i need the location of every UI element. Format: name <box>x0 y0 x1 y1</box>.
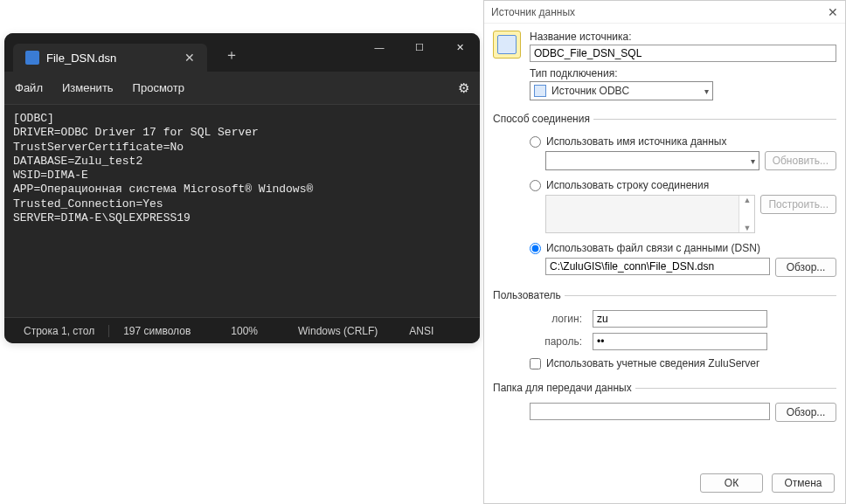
dialog-footer: ОК Отмена <box>484 465 845 503</box>
odbc-source-icon <box>534 85 546 97</box>
conn-type-value: Источник ODBC <box>551 85 629 97</box>
browse-dsn-button[interactable]: Обзор... <box>775 258 836 277</box>
editor-content[interactable]: [ODBC] DRIVER=ODBC Driver 17 for SQL Ser… <box>4 105 480 323</box>
file-icon <box>25 51 39 65</box>
zuluserver-checkbox[interactable] <box>530 358 541 369</box>
password-label: пароль: <box>530 335 582 348</box>
editor-titlebar: File_DSN.dsn ✕ ＋ ― ☐ ✕ <box>4 33 480 72</box>
editor-tab-active[interactable]: File_DSN.dsn ✕ <box>13 44 207 72</box>
transfer-path-input[interactable] <box>530 403 770 420</box>
dsn-name-combo[interactable]: ▾ <box>545 151 759 170</box>
chevron-down-icon: ▾ <box>751 156 755 166</box>
editor-statusbar: Строка 1, стол 197 символов 100% Windows… <box>4 317 480 343</box>
dialog-close-icon[interactable]: ✕ <box>828 5 838 19</box>
new-tab-button[interactable]: ＋ <box>212 39 251 72</box>
status-chars: 197 символов <box>118 325 196 337</box>
chevron-down-icon: ▾ <box>704 86 709 96</box>
password-input[interactable] <box>593 333 767 350</box>
build-button[interactable]: Построить... <box>760 195 836 214</box>
dialog-titlebar: Источник данных ✕ <box>484 1 845 24</box>
user-group-legend: Пользователь <box>493 289 565 301</box>
window-controls: ― ☐ ✕ <box>359 33 480 72</box>
radio-use-dsn-file-label: Использовать файл связи с данными (DSN) <box>546 242 760 254</box>
cancel-button[interactable]: Отмена <box>772 473 835 493</box>
dialog-title: Источник данных <box>491 6 575 18</box>
status-zoom: 100% <box>225 325 263 337</box>
transfer-group-legend: Папка для передачи данных <box>493 382 635 394</box>
menu-edit[interactable]: Изменить <box>62 81 114 94</box>
ds-name-label: Название источника: <box>530 31 836 43</box>
status-encoding: ANSI <box>404 325 439 337</box>
datasource-dialog: Источник данных ✕ Название источника: Ти… <box>483 0 846 504</box>
datasource-icon <box>493 31 521 59</box>
user-group: Пользователь логин: пароль: Использовать… <box>493 289 836 369</box>
status-eol: Windows (CRLF) <box>293 325 383 337</box>
refresh-button[interactable]: Обновить... <box>765 151 836 170</box>
text-editor-window: File_DSN.dsn ✕ ＋ ― ☐ ✕ Файл Изменить Про… <box>4 33 480 343</box>
login-label: логин: <box>530 313 582 325</box>
radio-use-conn-string-label: Использовать строку соединения <box>546 179 709 191</box>
minimize-button[interactable]: ― <box>359 33 399 61</box>
connection-group-legend: Способ соединения <box>493 113 593 125</box>
browse-transfer-button[interactable]: Обзор... <box>775 403 836 422</box>
ok-button[interactable]: ОК <box>700 473 763 493</box>
gear-icon[interactable]: ⚙ <box>458 80 469 96</box>
dsn-file-path-input[interactable] <box>545 258 770 275</box>
tab-filename: File_DSN.dsn <box>46 52 116 65</box>
radio-use-dsn-file[interactable] <box>530 243 541 254</box>
zuluserver-checkbox-label: Использовать учетные сведения ZuluServer <box>546 357 759 369</box>
conn-string-textarea[interactable] <box>546 196 739 232</box>
textarea-scrollbar[interactable]: ▲▼ <box>739 196 754 232</box>
conn-type-label: Тип подключения: <box>530 67 836 79</box>
connection-group: Способ соединения Использовать имя источ… <box>493 113 836 277</box>
menu-view[interactable]: Просмотр <box>133 81 184 94</box>
radio-use-conn-string[interactable] <box>530 180 541 191</box>
conn-type-combo[interactable]: Источник ODBC ▾ <box>530 81 713 100</box>
tab-close-icon[interactable]: ✕ <box>184 51 195 65</box>
status-cursor: Строка 1, стол <box>18 325 100 337</box>
menu-file[interactable]: Файл <box>15 81 43 94</box>
maximize-button[interactable]: ☐ <box>399 33 440 61</box>
login-input[interactable] <box>593 310 767 328</box>
editor-menubar: Файл Изменить Просмотр ⚙ <box>4 72 480 105</box>
close-window-button[interactable]: ✕ <box>440 33 480 61</box>
radio-use-dsn-name[interactable] <box>530 136 541 148</box>
ds-name-input[interactable] <box>530 45 836 62</box>
transfer-group: Папка для передачи данных Обзор... <box>493 382 836 422</box>
radio-use-dsn-name-label: Использовать имя источника данных <box>546 135 726 148</box>
